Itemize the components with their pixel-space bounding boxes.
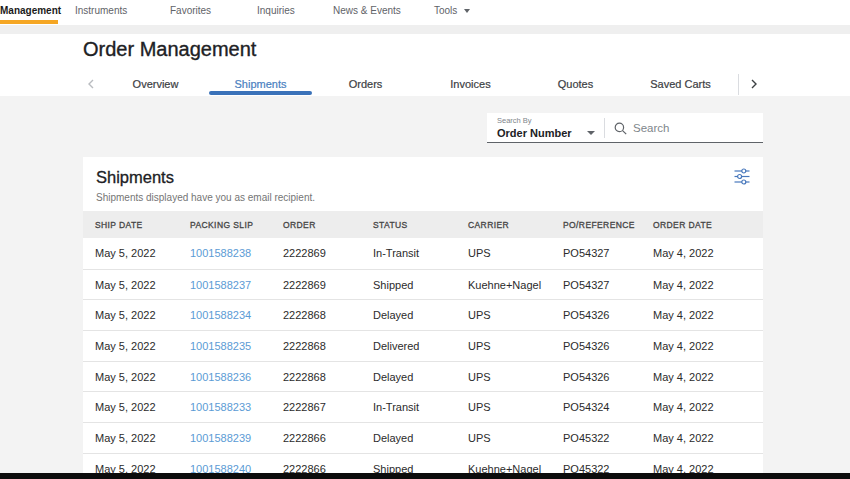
shipments-panel: Shipments Shipments displayed have you a…	[83, 157, 763, 479]
cell-po-reference: PO54327	[563, 247, 653, 259]
cell-order: 2222869	[283, 247, 373, 259]
panel-title: Shipments	[96, 168, 750, 187]
cell-status: In-Transit	[373, 401, 468, 413]
tab-invoices[interactable]: Invoices	[418, 75, 523, 92]
nav-item-instruments[interactable]: Instruments	[75, 0, 127, 21]
packing-slip-link[interactable]: 1001588234	[190, 309, 283, 321]
nav-item-label: Management	[0, 5, 61, 16]
column-header: SHIP DATE	[95, 220, 190, 230]
cell-order-date: May 4, 2022	[653, 432, 763, 444]
table-row: May 5, 202210015882352222868DeliveredUPS…	[83, 330, 763, 361]
search-bar: Search By Order Number Search	[487, 113, 763, 143]
packing-slip-link[interactable]: 1001588235	[190, 340, 283, 352]
nav-item-label: Instruments	[75, 5, 127, 16]
header-separator	[0, 25, 850, 34]
top-nav: ManagementInstrumentsFavoritesInquiriesN…	[0, 0, 850, 25]
search-icon	[614, 122, 627, 135]
cell-carrier: UPS	[468, 247, 563, 259]
packing-slip-link[interactable]: 1001588236	[190, 371, 283, 383]
tab-divider	[738, 74, 739, 95]
chevron-right-icon	[750, 79, 758, 89]
cell-order: 2222867	[283, 401, 373, 413]
cell-po-reference: PO54326	[563, 340, 653, 352]
table-row: May 5, 202210015882372222869ShippedKuehn…	[83, 269, 763, 300]
packing-slip-link[interactable]: 1001588237	[190, 279, 283, 291]
chevron-down-icon	[464, 9, 470, 13]
cell-ship-date: May 5, 2022	[95, 340, 190, 352]
column-header: CARRIER	[468, 220, 563, 230]
cell-order: 2222868	[283, 371, 373, 383]
nav-item-label: Tools	[434, 5, 457, 16]
cell-po-reference: PO45322	[563, 432, 653, 444]
cell-carrier: UPS	[468, 309, 563, 321]
cell-order: 2222869	[283, 279, 373, 291]
nav-item-management[interactable]: Management	[0, 0, 61, 21]
filter-icon[interactable]	[734, 168, 750, 185]
table-header: SHIP DATEPACKING SLIPORDERSTATUSCARRIERP…	[83, 211, 763, 238]
cell-order-date: May 4, 2022	[653, 371, 763, 383]
cell-ship-date: May 5, 2022	[95, 247, 190, 259]
cell-ship-date: May 5, 2022	[95, 371, 190, 383]
cell-order: 2222868	[283, 309, 373, 321]
cell-carrier: UPS	[468, 340, 563, 352]
cell-ship-date: May 5, 2022	[95, 309, 190, 321]
column-header: STATUS	[373, 220, 468, 230]
cell-status: Delayed	[373, 371, 468, 383]
cell-po-reference: PO54326	[563, 309, 653, 321]
column-header: PO/REFERENCE	[563, 220, 653, 230]
nav-item-favorites[interactable]: Favorites	[170, 0, 211, 21]
cell-ship-date: May 5, 2022	[95, 432, 190, 444]
nav-item-inquiries[interactable]: Inquiries	[257, 0, 295, 21]
cell-order: 2222868	[283, 340, 373, 352]
cell-order-date: May 4, 2022	[653, 247, 763, 259]
cell-carrier: UPS	[468, 401, 563, 413]
bottom-bar	[0, 473, 850, 479]
cell-status: Delivered	[373, 340, 468, 352]
search-input[interactable]: Search	[633, 122, 669, 134]
column-header: ORDER DATE	[653, 220, 763, 230]
cell-order-date: May 4, 2022	[653, 309, 763, 321]
cell-status: Delayed	[373, 432, 468, 444]
tab-quotes[interactable]: Quotes	[523, 75, 628, 92]
table-row: May 5, 202210015882332222867In-TransitUP…	[83, 391, 763, 422]
cell-status: Shipped	[373, 279, 468, 291]
chevron-down-icon	[587, 131, 595, 135]
page-title: Order Management	[83, 38, 256, 61]
cell-carrier: UPS	[468, 432, 563, 444]
tab-shipments[interactable]: Shipments	[208, 75, 313, 92]
packing-slip-link[interactable]: 1001588239	[190, 432, 283, 444]
search-divider	[604, 118, 605, 138]
tab-bar: OverviewShipmentsOrdersInvoicesQuotesSav…	[83, 75, 763, 96]
nav-item-label: Inquiries	[257, 5, 295, 16]
cell-status: In-Transit	[373, 247, 468, 259]
cell-order: 2222866	[283, 432, 373, 444]
tab-saved-carts[interactable]: Saved Carts	[628, 75, 733, 92]
nav-item-label: Favorites	[170, 5, 211, 16]
cell-ship-date: May 5, 2022	[95, 279, 190, 291]
nav-item-tools[interactable]: Tools	[434, 0, 470, 21]
cell-po-reference: PO54327	[563, 279, 653, 291]
tab-orders[interactable]: Orders	[313, 75, 418, 92]
panel-header: Shipments Shipments displayed have you a…	[83, 157, 763, 211]
column-header: PACKING SLIP	[190, 220, 283, 230]
tabs-scroll-left-button[interactable]	[83, 75, 99, 92]
table-row: May 5, 202210015882362222868DelayedUPSPO…	[83, 361, 763, 392]
cell-order-date: May 4, 2022	[653, 340, 763, 352]
cell-carrier: UPS	[468, 371, 563, 383]
cell-po-reference: PO54326	[563, 371, 653, 383]
panel-subtitle: Shipments displayed have you as email re…	[96, 192, 750, 203]
cell-ship-date: May 5, 2022	[95, 401, 190, 413]
table-row: May 5, 202210015882342222868DelayedUPSPO…	[83, 299, 763, 330]
packing-slip-link[interactable]: 1001588238	[190, 247, 283, 259]
table-row: May 5, 202210015882382222869In-TransitUP…	[83, 238, 763, 269]
nav-item-news-events[interactable]: News & Events	[333, 0, 401, 21]
packing-slip-link[interactable]: 1001588233	[190, 401, 283, 413]
chevron-left-icon	[87, 79, 95, 89]
search-by-select[interactable]: Order Number	[497, 127, 597, 139]
cell-carrier: Kuehne+Nagel	[468, 279, 563, 291]
nav-item-label: News & Events	[333, 5, 401, 16]
tabs-scroll-right-button[interactable]	[746, 75, 762, 92]
tab-overview[interactable]: Overview	[103, 75, 208, 92]
table-row: May 5, 202210015882392222866DelayedUPSPO…	[83, 422, 763, 453]
cell-order-date: May 4, 2022	[653, 401, 763, 413]
